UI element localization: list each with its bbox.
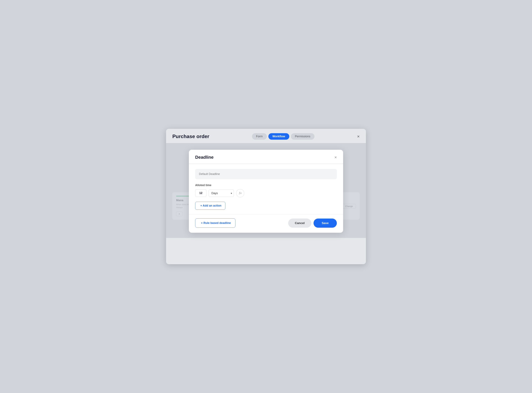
- modal-close-button[interactable]: ×: [334, 155, 337, 159]
- add-action-button[interactable]: + Add an action: [195, 202, 225, 210]
- modal-footer: + Rule based deadline Cancel Save: [189, 214, 343, 233]
- cancel-button[interactable]: Cancel: [288, 219, 311, 228]
- modal-title: Deadline: [195, 155, 214, 160]
- time-unit-select-wrapper: Minutes Hours Days Weeks: [209, 190, 234, 197]
- header-tabs: Form Workflow Permissions: [252, 133, 314, 140]
- app-header: Purchase order Form Workflow Permissions…: [166, 129, 366, 143]
- fx-icon: ƒx: [239, 192, 242, 195]
- page-title: Purchase order: [172, 133, 209, 139]
- app-container: Purchase order Form Workflow Permissions…: [166, 129, 366, 264]
- workflow-area: Mana When does this branch happen? Alway…: [166, 143, 366, 238]
- tab-form[interactable]: Form: [252, 133, 267, 140]
- app-close-button[interactable]: ×: [357, 134, 360, 139]
- modal-body: Alloted time Minutes Hours Days Weeks: [189, 164, 343, 214]
- tab-workflow[interactable]: Workflow: [268, 133, 289, 140]
- add-action-label: + Add an action: [200, 204, 221, 207]
- save-button[interactable]: Save: [313, 219, 337, 228]
- tab-permissions[interactable]: Permissions: [291, 133, 314, 140]
- rule-based-deadline-button[interactable]: + Rule based deadline: [195, 218, 235, 228]
- alloted-time-row: Minutes Hours Days Weeks ƒx: [195, 189, 337, 197]
- fx-button[interactable]: ƒx: [236, 189, 244, 197]
- modal-close-icon: ×: [334, 155, 337, 160]
- app-close-icon: ×: [357, 134, 360, 139]
- time-number-input[interactable]: [195, 189, 206, 197]
- deadline-modal: Deadline × Alloted time Minutes: [189, 150, 343, 233]
- modal-overlay: Deadline × Alloted time Minutes: [166, 143, 366, 238]
- footer-actions: Cancel Save: [288, 219, 337, 228]
- rule-based-label: + Rule based deadline: [201, 221, 231, 225]
- modal-header: Deadline ×: [189, 150, 343, 164]
- default-deadline-input[interactable]: [195, 169, 337, 179]
- time-unit-select[interactable]: Minutes Hours Days Weeks: [209, 190, 234, 197]
- alloted-time-label: Alloted time: [195, 184, 337, 187]
